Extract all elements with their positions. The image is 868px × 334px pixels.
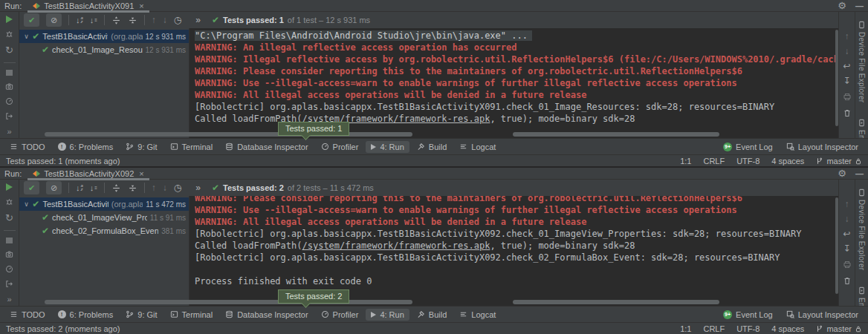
console-horizontal-scrollbar[interactable] <box>513 132 719 137</box>
run-tab[interactable]: TestB1BasicActivityX091 × <box>27 0 149 12</box>
caret-position[interactable]: 1:1 <box>680 324 691 333</box>
toolbar-more-chevron[interactable]: » <box>195 183 201 193</box>
scroll-to-end-icon[interactable]: ↧ <box>843 245 850 252</box>
previous-failed-test-icon[interactable]: ↑ <box>152 183 156 193</box>
toolwindow-terminal[interactable]: Terminal <box>165 309 218 321</box>
show-ignored-toggle[interactable]: ⊘ <box>46 181 62 194</box>
next-failed-test-icon[interactable]: ↓ <box>163 183 167 193</box>
profiler-gauge-icon[interactable] <box>4 265 14 273</box>
sort-by-duration-icon[interactable]: ↓≡ <box>90 183 97 192</box>
close-console-icon[interactable] <box>4 280 14 288</box>
debug-icon[interactable] <box>4 30 14 38</box>
git-branch-widget[interactable]: master <box>816 157 862 166</box>
test-history-clock-icon[interactable]: ◷ <box>174 15 181 25</box>
toolwindow-terminal[interactable]: Terminal <box>165 141 218 153</box>
toolwindow-profiler[interactable]: Profiler <box>316 309 364 321</box>
print-icon[interactable] <box>843 260 852 269</box>
expand-all-icon[interactable] <box>111 16 121 25</box>
device-file-explorer-button[interactable]: Device File Explorer <box>858 21 866 102</box>
next-failed-test-icon[interactable]: ↓ <box>163 15 167 25</box>
test-tree-case-row[interactable]: ✔ check_01_Image_Resources 12 s 931 ms <box>19 43 189 56</box>
show-passed-toggle[interactable]: ✔ <box>24 181 39 194</box>
tree-horizontal-scrollbar[interactable] <box>45 300 412 304</box>
toolwindow-event-log[interactable]: 9+ Event Log <box>718 141 778 153</box>
close-tab-icon[interactable]: × <box>139 169 143 178</box>
sort-by-duration-icon[interactable]: ↓≡ <box>90 16 97 24</box>
line-separator[interactable]: CRLF <box>703 324 725 333</box>
close-tab-icon[interactable]: × <box>139 1 143 10</box>
toolwindow-git[interactable]: 9: Git <box>120 141 162 153</box>
stop-button[interactable] <box>6 70 13 76</box>
test-tree-root-row[interactable]: ∨ ✔ TestB1BasicActivityX091 (org.aplas.b… <box>19 30 189 43</box>
up-stacktrace-icon[interactable]: ↑ <box>845 200 849 208</box>
tree-expand-twisty[interactable]: ∨ <box>24 33 29 40</box>
git-branch-widget[interactable]: master <box>816 324 862 333</box>
down-stacktrace-icon[interactable]: ↓ <box>845 215 849 223</box>
toolwindow-problems[interactable]: ! 6: Problems <box>53 309 119 321</box>
test-history-clock-icon[interactable]: ◷ <box>174 183 181 193</box>
rerun-button[interactable] <box>6 16 13 23</box>
rerun-failed-tests-icon[interactable]: ↻ <box>5 212 13 223</box>
soft-wrap-icon[interactable]: ↩ <box>843 230 850 238</box>
screenshot-camera-icon[interactable] <box>4 82 14 91</box>
down-stacktrace-icon[interactable]: ↓ <box>845 48 849 55</box>
sort-alphabetically-icon[interactable]: ↓az <box>76 183 83 192</box>
file-encoding[interactable]: UTF-8 <box>736 324 760 333</box>
toolwindow-run[interactable]: 4: Run <box>366 309 409 321</box>
console-horizontal-scrollbar[interactable] <box>513 300 719 304</box>
previous-failed-test-icon[interactable]: ↑ <box>152 15 156 25</box>
up-stacktrace-icon[interactable]: ↑ <box>845 33 849 40</box>
toolwindow-logcat[interactable]: Logcat <box>454 309 501 321</box>
clear-console-trash-icon[interactable] <box>843 108 852 117</box>
run-tab[interactable]: TestB1BasicActivityX092 × <box>27 168 149 180</box>
stop-button[interactable] <box>6 238 13 243</box>
more-options-chevron[interactable]: » <box>7 127 11 136</box>
collapse-all-icon[interactable] <box>128 183 137 193</box>
framework-res-link[interactable]: /system/framework/framework-res.apk <box>302 240 490 251</box>
toolwindow-todo[interactable]: TODO <box>4 309 51 321</box>
rerun-button[interactable] <box>6 183 13 191</box>
console-vertical-scrollbar[interactable] <box>835 197 838 294</box>
debug-icon[interactable] <box>4 197 14 206</box>
settings-gear-icon[interactable]: ⚙ <box>838 0 846 11</box>
toolbar-more-chevron[interactable]: » <box>195 15 201 25</box>
expand-all-icon[interactable] <box>111 183 121 193</box>
toolwindow-build[interactable]: Build <box>412 309 452 321</box>
collapse-all-icon[interactable] <box>128 16 137 25</box>
device-file-explorer-button[interactable]: Device File Explorer <box>858 189 866 270</box>
close-console-icon[interactable] <box>4 112 14 120</box>
profiler-gauge-icon[interactable] <box>4 97 14 105</box>
show-ignored-toggle[interactable]: ⊘ <box>46 13 62 27</box>
tree-expand-twisty[interactable]: ∨ <box>24 200 29 208</box>
toolwindow-event-log[interactable]: 9+ Event Log <box>718 309 778 321</box>
hide-window-icon[interactable]: — <box>855 169 864 178</box>
toolwindow-database-inspector[interactable]: Database Inspector <box>220 309 313 321</box>
toolwindow-git[interactable]: 9: Git <box>120 309 162 321</box>
toolwindow-layout-inspector[interactable]: Layout Inspector <box>781 309 864 321</box>
soft-wrap-icon[interactable]: ↩ <box>843 62 850 70</box>
test-tree-case-row[interactable]: ✔ check_01_ImageView_Properties 11 s 91 … <box>19 211 189 224</box>
caret-position[interactable]: 1:1 <box>680 157 691 166</box>
print-icon[interactable] <box>843 92 852 101</box>
test-tree-root-row[interactable]: ∨ ✔ TestB1BasicActivityX092 (org.aplas.b… <box>19 197 189 211</box>
toolwindow-profiler[interactable]: Profiler <box>316 141 364 153</box>
more-options-chevron[interactable]: » <box>7 295 11 304</box>
settings-gear-icon[interactable]: ⚙ <box>838 168 846 179</box>
test-tree-case-row[interactable]: ✔ check_02_FormulaBox_Event 381 ms <box>19 224 189 238</box>
toolwindow-run[interactable]: 4: Run <box>366 141 409 153</box>
toolwindow-todo[interactable]: TODO <box>4 141 51 153</box>
clear-console-trash-icon[interactable] <box>843 276 852 285</box>
toolwindow-logcat[interactable]: Logcat <box>454 141 501 153</box>
scroll-to-end-icon[interactable]: ↧ <box>843 77 850 85</box>
toolwindow-build[interactable]: Build <box>412 141 452 153</box>
screenshot-camera-icon[interactable] <box>4 250 14 258</box>
console-vertical-scrollbar[interactable] <box>835 30 838 126</box>
indent-setting[interactable]: 4 spaces <box>771 157 804 166</box>
toolwindow-problems[interactable]: ! 6: Problems <box>53 141 119 153</box>
file-encoding[interactable]: UTF-8 <box>736 157 760 166</box>
line-separator[interactable]: CRLF <box>703 157 725 166</box>
toolwindow-layout-inspector[interactable]: Layout Inspector <box>781 141 864 153</box>
rerun-failed-tests-icon[interactable]: ↻ <box>5 45 13 56</box>
tree-horizontal-scrollbar[interactable] <box>45 132 412 137</box>
hide-window-icon[interactable]: — <box>855 1 864 10</box>
